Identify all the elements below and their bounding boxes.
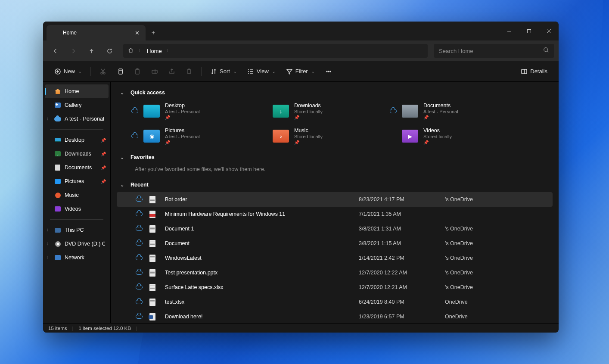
- folder-icon: ◉: [143, 130, 160, 143]
- file-icon: [149, 209, 156, 219]
- file-location: 's OneDrive: [445, 196, 553, 202]
- document-icon: [54, 164, 61, 171]
- sidebar-item-gallery[interactable]: Gallery: [45, 98, 109, 112]
- sort-button[interactable]: Sort⌄: [206, 65, 241, 78]
- sidebar-item-dvd[interactable]: 〉DVD Drive (D:) CCC: [45, 237, 109, 251]
- new-button[interactable]: New⌄: [50, 65, 86, 78]
- quick-access-item[interactable]: ◉ Pictures A test - Personal 📌: [130, 125, 250, 147]
- sidebar-item-videos[interactable]: Videos: [45, 202, 109, 216]
- maximize-button[interactable]: [519, 22, 539, 40]
- quick-access-item[interactable]: Desktop A test - Personal 📌: [130, 100, 250, 122]
- more-button[interactable]: [321, 65, 336, 78]
- quick-access-item[interactable]: ▶ Videos Stored locally 📌: [388, 125, 509, 147]
- filter-button[interactable]: Filter⌄: [282, 65, 319, 78]
- recent-file-row[interactable]: Minimum Hardware Requirements for Window…: [117, 207, 553, 221]
- section-favorites: ⌄ Favorites: [117, 150, 553, 165]
- svg-point-9: [101, 72, 103, 74]
- delete-button[interactable]: [181, 65, 197, 78]
- quick-access-item[interactable]: ↓ Downloads Stored locally 📌: [259, 100, 379, 122]
- cloud-icon: [130, 227, 149, 231]
- folder-icon: ▶: [402, 130, 418, 143]
- details-button[interactable]: Details: [516, 65, 552, 78]
- sidebar-item-personal[interactable]: 〉A test - Personal: [45, 112, 109, 126]
- recent-file-row[interactable]: Download here! 1/23/2019 6:57 PM OneDriv…: [117, 309, 553, 323]
- quick-access-item[interactable]: Documents A test - Personal 📌: [388, 100, 509, 122]
- collapse-icon[interactable]: ⌄: [118, 182, 125, 188]
- sidebar-item-music[interactable]: Music: [45, 188, 109, 202]
- status-selected: 1 item selected 12.0 KB: [78, 326, 130, 331]
- home-icon: [127, 47, 134, 55]
- cloud-icon: [131, 134, 138, 138]
- file-location: 's OneDrive: [445, 270, 553, 276]
- svg-point-25: [328, 71, 329, 72]
- refresh-button[interactable]: [102, 44, 117, 58]
- file-name: Document 1: [162, 226, 359, 232]
- recent-file-row[interactable]: WindowsLatest 1/14/2021 2:42 PM 's OneDr…: [117, 251, 553, 265]
- file-location: 's OneDrive: [445, 226, 553, 232]
- chevron-right-icon[interactable]: 〉: [47, 116, 50, 122]
- forward-button[interactable]: [65, 44, 81, 58]
- recent-file-row[interactable]: Document 3/8/2021 1:15 AM 's OneDrive: [117, 236, 553, 251]
- sidebar-item-downloads[interactable]: ↓Downloads📌: [45, 147, 109, 161]
- dvd-icon: [54, 240, 61, 247]
- home-icon: [53, 29, 59, 36]
- search-icon[interactable]: [543, 47, 549, 55]
- rename-button[interactable]: [147, 65, 162, 78]
- close-button[interactable]: [539, 22, 559, 40]
- sidebar-item-home[interactable]: Home: [45, 84, 109, 98]
- file-date: 8/23/2021 4:17 PM: [359, 196, 445, 202]
- chevron-right-icon[interactable]: 〉: [47, 241, 50, 247]
- cloud-icon: [390, 109, 397, 113]
- breadcrumb-home[interactable]: Home: [147, 48, 162, 54]
- tab-close-button[interactable]: ✕: [133, 28, 141, 37]
- cut-button[interactable]: [95, 65, 111, 78]
- tab-home[interactable]: Home ✕: [47, 25, 146, 40]
- item-name: Documents: [423, 103, 458, 109]
- chevron-right-icon[interactable]: 〉: [47, 255, 50, 261]
- chevron-right-icon[interactable]: 〉: [47, 227, 50, 233]
- up-button[interactable]: [84, 44, 99, 58]
- file-date: 3/8/2021 1:15 AM: [359, 240, 445, 246]
- cloud-icon: [130, 241, 149, 246]
- pin-icon: 📌: [294, 140, 323, 145]
- item-name: Music: [294, 128, 323, 134]
- collapse-icon[interactable]: ⌄: [118, 155, 125, 160]
- cloud-icon: [130, 314, 149, 319]
- search-input[interactable]: [439, 48, 540, 54]
- cloud-icon: [54, 115, 61, 122]
- sidebar-item-pictures[interactable]: Pictures📌: [45, 174, 109, 188]
- network-icon: [54, 254, 61, 261]
- statusbar: 15 items | 1 item selected 12.0 KB |: [43, 323, 559, 333]
- file-icon: [149, 297, 156, 307]
- chevron-down-icon: ⌄: [311, 69, 315, 74]
- file-name: test.xlsx: [162, 299, 359, 305]
- sidebar-item-documents[interactable]: Documents📌: [45, 161, 109, 174]
- new-tab-button[interactable]: ＋: [146, 25, 161, 40]
- recent-file-row[interactable]: Surface Latte specs.xlsx 12/7/2020 12:21…: [117, 280, 553, 295]
- back-button[interactable]: [47, 44, 63, 58]
- pin-icon: 📌: [165, 140, 200, 145]
- window-controls: [499, 22, 559, 40]
- minimize-button[interactable]: [499, 22, 519, 40]
- paste-button[interactable]: [130, 65, 145, 78]
- titlebar: Home ✕ ＋: [43, 22, 559, 40]
- copy-button[interactable]: [112, 65, 128, 78]
- sidebar-item-thispc[interactable]: 〉This PC: [45, 223, 109, 237]
- recent-file-row[interactable]: Test presentation.pptx 12/7/2020 12:22 A…: [117, 265, 553, 280]
- address-bar[interactable]: 〉 Home 〉: [123, 44, 428, 58]
- share-button[interactable]: [164, 65, 180, 78]
- tab-title: Home: [63, 30, 77, 36]
- file-date: 6/24/2019 8:40 PM: [359, 299, 445, 305]
- chevron-right-icon[interactable]: 〉: [166, 48, 171, 54]
- sidebar-item-network[interactable]: 〉Network: [45, 251, 109, 264]
- chevron-down-icon: ⌄: [272, 69, 276, 74]
- recent-file-row[interactable]: Bot order 8/23/2021 4:17 PM 's OneDrive: [117, 192, 553, 207]
- recent-file-row[interactable]: test.xlsx 6/24/2019 8:40 PM OneDrive: [117, 295, 553, 309]
- quick-access-item[interactable]: ♪ Music Stored locally 📌: [259, 125, 379, 147]
- sidebar-item-desktop[interactable]: Desktop📌: [45, 133, 109, 147]
- view-button[interactable]: View⌄: [243, 65, 280, 78]
- recent-file-row[interactable]: Document 1 3/8/2021 1:31 AM 's OneDrive: [117, 221, 553, 236]
- collapse-icon[interactable]: ⌄: [118, 90, 125, 96]
- search-box[interactable]: [434, 44, 554, 58]
- pin-icon: 📌: [423, 140, 452, 145]
